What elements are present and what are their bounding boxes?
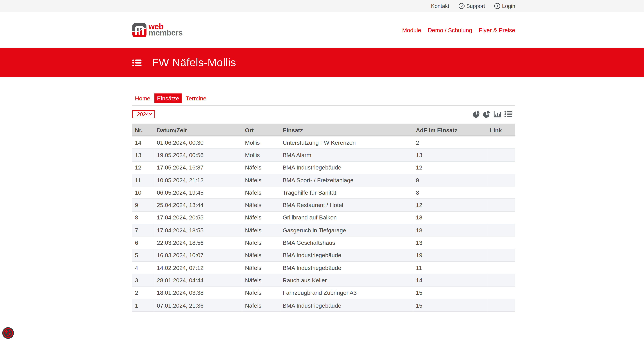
table-row: 1110.05.2024, 21:12NäfelsBMA Sport- / Fr… <box>132 174 515 186</box>
site-header: web members ModuleDemo / SchulungFlyer &… <box>0 12 644 48</box>
table-row: 622.03.2024, 18:56NäfelsBMA Geschäftshau… <box>132 237 515 249</box>
pie-chart-icon[interactable] <box>472 110 480 118</box>
table-cell: 13 <box>414 211 488 224</box>
table-cell: Näfels <box>242 224 280 237</box>
table-cell: BMA Geschäftshaus <box>280 237 414 249</box>
main-content: HomeEinsätzeTermine 2024 <box>132 93 515 312</box>
table-cell: Fahrzeugbrand Zubringer A3 <box>280 287 414 299</box>
cookie-icon <box>2 327 14 339</box>
table-cell <box>488 136 515 149</box>
column-header: Ort <box>242 124 280 136</box>
table-cell: 17.04.2024, 18:55 <box>154 224 242 237</box>
table-cell <box>488 149 515 161</box>
table-cell: 2 <box>414 136 488 149</box>
column-header: AdF im Einsatz <box>414 124 488 136</box>
tab-einsätze[interactable]: Einsätze <box>154 93 182 103</box>
table-cell: Näfels <box>242 199 280 211</box>
table-cell: 17.05.2024, 16:37 <box>154 161 242 174</box>
table-cell <box>488 274 515 287</box>
support-link[interactable]: ? Support <box>458 3 485 9</box>
table-cell: Tragehilfe für Sanität <box>280 186 414 199</box>
question-circle-icon: ? <box>458 3 464 9</box>
table-cell: 8 <box>414 186 488 199</box>
table-cell: 14.02.2024, 07:12 <box>154 262 242 274</box>
table-cell: Näfels <box>242 211 280 224</box>
table-cell: Näfels <box>242 237 280 249</box>
table-cell: Grillbrand auf Balkon <box>280 211 414 224</box>
table-cell: BMA Sport- / Freizeitanlage <box>280 174 414 186</box>
tabs: HomeEinsätzeTermine <box>132 93 515 106</box>
table-cell <box>488 161 515 174</box>
table-cell: Gasgeruch in Tiefgarage <box>280 224 414 237</box>
table-cell: 13 <box>132 149 154 161</box>
table-cell <box>488 211 515 224</box>
bar-chart-icon[interactable] <box>493 110 502 118</box>
table-cell: 12 <box>414 161 488 174</box>
table-cell <box>488 174 515 186</box>
column-header: Datum/Zeit <box>154 124 242 136</box>
nav-link-1[interactable]: Demo / Schulung <box>428 27 472 33</box>
table-cell: 2 <box>132 287 154 299</box>
table-cell: 11 <box>414 262 488 274</box>
page-banner: FW Näfels-Mollis <box>0 48 644 77</box>
table-cell: 16.03.2024, 10:07 <box>154 249 242 262</box>
table-cell: Näfels <box>242 299 280 312</box>
table-cell: 4 <box>132 262 154 274</box>
nav-link-0[interactable]: Module <box>402 27 421 33</box>
table-cell: Näfels <box>242 174 280 186</box>
table-cell: Mollis <box>242 136 280 149</box>
table-cell: 5 <box>132 249 154 262</box>
table-cell: Näfels <box>242 161 280 174</box>
table-cell: Unterstützung FW Kerenzen <box>280 136 414 149</box>
tab-termine[interactable]: Termine <box>183 93 209 103</box>
table-row: 414.02.2024, 07:12NäfelsBMA Industriegeb… <box>132 262 515 274</box>
page: Kontakt ? Support Login web <box>0 0 644 339</box>
einsatz-table: Nr.Datum/ZeitOrtEinsatzAdF im EinsatzLin… <box>132 124 515 312</box>
table-cell: 17.04.2024, 20:55 <box>154 211 242 224</box>
table-cell: BMA Industriegebäude <box>280 161 414 174</box>
table-cell: 7 <box>132 224 154 237</box>
table-cell <box>488 237 515 249</box>
table-cell: 1 <box>132 299 154 312</box>
kontakt-link[interactable]: Kontakt <box>431 3 449 9</box>
main-nav: ModuleDemo / SchulungFlyer & Preise <box>402 27 515 33</box>
table-cell: 10.05.2024, 21:12 <box>154 174 242 186</box>
topbar: Kontakt ? Support Login <box>0 0 644 12</box>
table-cell: 01.06.2024, 00:30 <box>154 136 242 149</box>
table-cell: BMA Restaurant / Hotel <box>280 199 414 211</box>
login-link[interactable]: Login <box>494 3 515 9</box>
table-row: 328.01.2024, 04:44NäfelsRauch aus Keller… <box>132 274 515 287</box>
table-cell: 14 <box>414 274 488 287</box>
year-select[interactable]: 2024 <box>132 110 155 118</box>
table-cell: Näfels <box>242 262 280 274</box>
table-row: 516.03.2024, 10:07NäfelsBMA Industriegeb… <box>132 249 515 262</box>
pie-chart-alt-icon[interactable] <box>483 110 490 118</box>
table-row: 817.04.2024, 20:55NäfelsGrillbrand auf B… <box>132 211 515 224</box>
list-icon <box>132 59 142 66</box>
table-cell: Näfels <box>242 186 280 199</box>
table-cell: 15 <box>414 299 488 312</box>
table-cell <box>488 224 515 237</box>
table-header-row: Nr.Datum/ZeitOrtEinsatzAdF im EinsatzLin… <box>132 124 515 136</box>
svg-text:?: ? <box>460 4 462 8</box>
table-cell: 10 <box>132 186 154 199</box>
table-cell: BMA Alarm <box>280 149 414 161</box>
table-cell: Mollis <box>242 149 280 161</box>
table-cell: 22.03.2024, 18:56 <box>154 237 242 249</box>
list-view-icon[interactable] <box>504 111 512 117</box>
nav-link-2[interactable]: Flyer & Preise <box>479 27 515 33</box>
table-row: 1006.05.2024, 19:45NäfelsTragehilfe für … <box>132 186 515 199</box>
table-cell: 12 <box>132 161 154 174</box>
chevron-down-icon <box>149 113 152 115</box>
table-cell <box>488 287 515 299</box>
table-cell: 18 <box>414 224 488 237</box>
webmembers-logo[interactable]: web members <box>132 23 182 37</box>
table-cell: BMA Industriegebäude <box>280 249 414 262</box>
cookie-settings-button[interactable] <box>2 327 14 339</box>
table-cell: 3 <box>132 274 154 287</box>
page-title: FW Näfels-Mollis <box>152 56 236 69</box>
table-cell <box>488 249 515 262</box>
table-cell: 06.05.2024, 19:45 <box>154 186 242 199</box>
tab-home[interactable]: Home <box>132 93 153 103</box>
table-cell: 9 <box>132 199 154 211</box>
